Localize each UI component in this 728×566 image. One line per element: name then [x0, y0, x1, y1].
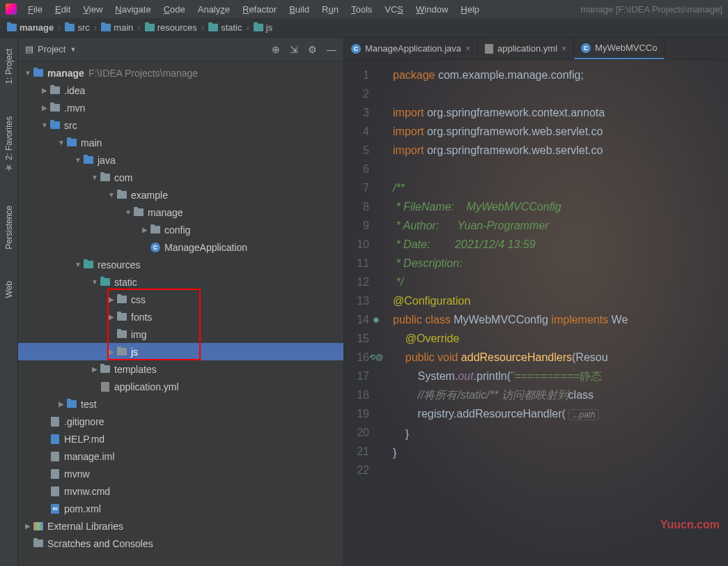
tree-row[interactable]: manageF:\IDEA Projects\manage	[18, 64, 343, 82]
expand-arrow-icon[interactable]	[24, 69, 32, 77]
expand-arrow-icon[interactable]	[107, 296, 116, 303]
menu-window[interactable]: Window	[410, 3, 454, 16]
expand-arrow-icon[interactable]	[91, 365, 99, 373]
tree-row[interactable]: example	[18, 186, 343, 204]
editor-tab[interactable]: CMyWebMVCCo	[574, 38, 665, 59]
menu-code[interactable]: Code	[158, 3, 191, 16]
tree-row[interactable]: mpom.xml	[18, 500, 343, 517]
tree-label: manage	[148, 207, 183, 218]
tree-row[interactable]: config	[18, 221, 343, 238]
tree-row[interactable]: img	[18, 326, 343, 343]
code-editor[interactable]: ◉⟲@ 12345678910111213141516171819202122 …	[344, 60, 728, 566]
tool-window-bar: 1: Project ★ 2: Favorites Persistence We…	[0, 38, 18, 566]
tree-row[interactable]: java	[18, 151, 343, 169]
menu-help[interactable]: Help	[455, 3, 485, 16]
editor-tab[interactable]: application.yml×	[478, 38, 574, 59]
app-logo-icon	[6, 3, 17, 15]
menu-vcs[interactable]: VCS	[379, 3, 409, 16]
menu-tools[interactable]: Tools	[346, 3, 378, 16]
tree-row[interactable]: External Libraries	[18, 517, 343, 535]
expand-arrow-icon[interactable]	[107, 313, 116, 321]
line-number: 7	[347, 178, 369, 197]
expand-arrow-icon[interactable]	[40, 104, 49, 112]
collapse-icon[interactable]: ⇲	[290, 44, 298, 55]
expand-arrow-icon[interactable]	[74, 261, 82, 268]
breadcrumb-item[interactable]: src	[65, 22, 89, 33]
file-icon	[49, 487, 61, 496]
expand-arrow-icon[interactable]	[40, 86, 49, 94]
tree-row[interactable]: src	[18, 116, 343, 134]
override-icon[interactable]: ⟲@	[369, 348, 383, 367]
tree-row[interactable]: mvnw	[18, 465, 343, 482]
menu-file[interactable]: File	[22, 3, 48, 16]
folder-icon	[49, 86, 61, 94]
expand-arrow-icon[interactable]	[91, 174, 99, 181]
expand-arrow-icon[interactable]	[57, 139, 65, 146]
breadcrumb-item[interactable]: resources	[145, 22, 197, 33]
editor-tab[interactable]: CManageApplication.java×	[344, 38, 478, 59]
tree-label: manage.iml	[64, 451, 114, 462]
breadcrumb-item[interactable]: main	[101, 22, 133, 33]
tree-row[interactable]: test	[18, 395, 343, 413]
tree-row[interactable]: templates	[18, 360, 343, 378]
tree-row[interactable]: static	[18, 273, 343, 291]
expand-arrow-icon[interactable]	[74, 156, 82, 164]
tree-row[interactable]: application.yml	[18, 378, 343, 395]
tree-label: External Libraries	[47, 521, 123, 532]
menu-refactor[interactable]: Refactor	[237, 3, 282, 16]
breadcrumb-item[interactable]: js	[254, 22, 272, 33]
sidebar-tab-web[interactable]: Web	[3, 275, 15, 303]
project-panel-header: ▤ Project ▼ ⊕ ⇲ ⚙ —	[18, 38, 343, 61]
tree-row[interactable]: .gitignore	[18, 413, 343, 430]
menu-view[interactable]: View	[77, 3, 108, 16]
code-content[interactable]: package com.example.manage.config; impor…	[383, 60, 628, 566]
tree-row[interactable]: HELP.md	[18, 430, 343, 448]
breadcrumb-item[interactable]: static	[208, 22, 242, 33]
line-number: 11	[347, 254, 369, 273]
locate-icon[interactable]: ⊕	[272, 44, 280, 55]
expand-arrow-icon[interactable]	[40, 121, 49, 129]
tree-row[interactable]: CManageApplication	[18, 238, 343, 256]
tree-row[interactable]: manage.iml	[18, 448, 343, 465]
gear-icon[interactable]: ⚙	[308, 44, 317, 55]
hide-icon[interactable]: —	[327, 44, 336, 55]
tree-row[interactable]: main	[18, 134, 343, 151]
close-icon[interactable]: ×	[562, 44, 566, 54]
sidebar-tab-favorites[interactable]: ★ 2: Favorites	[2, 111, 16, 179]
breadcrumb-item[interactable]: manage	[7, 22, 54, 33]
tree-row[interactable]: resources	[18, 256, 343, 273]
tree-row[interactable]: fonts	[18, 308, 343, 326]
tree-row[interactable]: mvnw.cmd	[18, 482, 343, 500]
tree-row[interactable]: .mvn	[18, 99, 343, 116]
folder-icon	[145, 24, 155, 31]
expand-arrow-icon[interactable]	[141, 226, 149, 234]
tree-row[interactable]: js	[18, 343, 343, 360]
tree-label: .gitignore	[64, 416, 104, 427]
tree-row[interactable]: manage	[18, 204, 343, 221]
sidebar-tab-project[interactable]: 1: Project	[3, 43, 15, 90]
menu-analyze[interactable]: Analyze	[192, 3, 235, 16]
implement-icon[interactable]: ◉	[373, 310, 380, 329]
menu-build[interactable]: Build	[284, 3, 315, 16]
expand-arrow-icon[interactable]	[24, 522, 32, 530]
menu-edit[interactable]: Edit	[49, 3, 76, 16]
menu-run[interactable]: Run	[316, 3, 344, 16]
menu-navigate[interactable]: Navigate	[109, 3, 156, 16]
line-number: 6	[347, 160, 369, 178]
project-tree[interactable]: manageF:\IDEA Projects\manage.idea.mvnsr…	[18, 61, 343, 566]
close-icon[interactable]: ×	[465, 44, 470, 54]
expand-arrow-icon[interactable]	[124, 208, 132, 216]
project-view-selector[interactable]: ▤ Project ▼	[25, 44, 76, 54]
sidebar-tab-persistence[interactable]: Persistence	[3, 200, 15, 255]
expand-arrow-icon[interactable]	[107, 191, 116, 199]
tree-row[interactable]: com	[18, 169, 343, 186]
expand-arrow-icon[interactable]	[57, 400, 65, 408]
breadcrumb: manage › src › main › resources › static…	[0, 18, 728, 38]
expand-arrow-icon[interactable]	[107, 348, 116, 355]
tree-row[interactable]: .idea	[18, 82, 343, 99]
class-icon: C	[351, 44, 361, 54]
tree-row[interactable]: Scratches and Consoles	[18, 535, 343, 552]
tree-row[interactable]: css	[18, 291, 343, 308]
expand-arrow-icon[interactable]	[91, 278, 99, 286]
pom-icon: m	[49, 504, 61, 514]
